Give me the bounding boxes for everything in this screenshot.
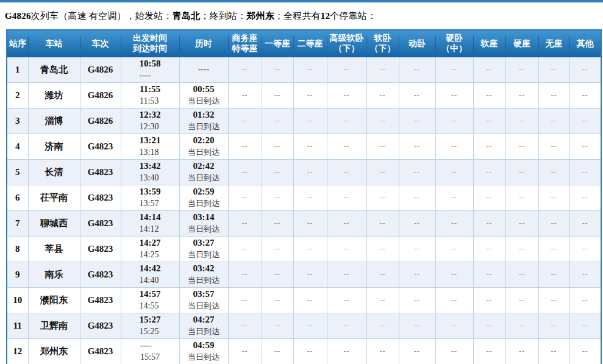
cell-hard-seat: --	[505, 185, 538, 210]
cell-train-no: G4826	[80, 108, 121, 134]
cell-no-seat: --	[538, 236, 569, 262]
arrive-day-label: 当日到达	[188, 274, 219, 286]
cell-soft-seat: --	[473, 159, 505, 185]
cell-no-seat: --	[538, 134, 569, 159]
cell-hard-sleeper: --	[435, 287, 473, 313]
cell-other: --	[569, 338, 601, 364]
arrive-time: 14:25	[140, 249, 161, 260]
cell-soft-sleeper: --	[366, 313, 399, 338]
depart-time: 12:32	[140, 109, 161, 121]
cell-station: 郑州东	[28, 338, 80, 364]
column-header-business-premium: 商务座特等座	[228, 30, 262, 57]
arrive-time: 13:57	[140, 198, 161, 209]
cell-soft-seat: --	[473, 108, 505, 134]
cell-no-seat: --	[538, 262, 569, 287]
cell-other: --	[569, 236, 601, 262]
cell-soft-seat: --	[473, 185, 505, 210]
duration-block: 00:55当日到达	[188, 84, 219, 107]
cell-deluxe-soft-sleeper: --	[327, 108, 366, 134]
arrive-time: 14:55	[140, 300, 161, 312]
cell-hard-seat: --	[505, 287, 538, 313]
cell-train-no: G4826	[80, 57, 121, 82]
column-header-duration: 历时	[179, 30, 228, 57]
cell-seq: 5	[7, 159, 28, 185]
column-header-other: 其他	[569, 30, 601, 57]
cell-depart-arrive: 14:4214:40	[121, 262, 179, 287]
cell-duration: 03:42当日到达	[179, 262, 228, 287]
column-header-second-class: 二等座	[293, 30, 327, 57]
table-row: 10濮阳东G482314:5714:5503:57当日到达-----------…	[7, 287, 601, 313]
arrive-time: 14:12	[140, 223, 161, 235]
cell-business-premium: --	[228, 134, 262, 159]
cell-no-seat: --	[538, 338, 569, 364]
depart-time: 13:42	[140, 160, 161, 172]
cell-soft-seat: --	[473, 262, 505, 287]
cell-business-premium: --	[228, 338, 262, 364]
title-segment: 个停靠站：	[330, 11, 376, 21]
cell-train-no: G4823	[80, 338, 121, 364]
depart-arrive-block: 13:2113:18	[140, 135, 161, 158]
cell-hard-sleeper: --	[435, 185, 473, 210]
arrive-time: 15:25	[140, 326, 161, 337]
arrive-day-label: 当日到达	[188, 351, 219, 363]
duration-time: 03:14	[188, 212, 219, 223]
table-row: 2潍坊G482611:5511:5300:55当日到达-------------…	[7, 82, 601, 108]
duration-time: 03:42	[188, 263, 219, 274]
table-row: 4济南G482313:2113:1802:20当日到达-------------…	[7, 134, 601, 159]
arrive-day-label: 当日到达	[188, 172, 219, 184]
cell-duration: 02:20当日到达	[179, 134, 228, 159]
cell-deluxe-soft-sleeper: --	[327, 159, 366, 185]
cell-seq: 6	[7, 185, 28, 210]
depart-time: 14:57	[140, 288, 161, 300]
cell-emu-sleeper: --	[399, 262, 435, 287]
title-segment: G4826	[5, 11, 31, 21]
cell-soft-sleeper: --	[366, 338, 399, 364]
cell-station: 濮阳东	[28, 287, 80, 313]
cell-second-class: --	[293, 57, 327, 82]
arrive-day-label: 当日到达	[188, 146, 219, 158]
cell-emu-sleeper: --	[399, 338, 435, 364]
cell-soft-seat: --	[473, 134, 505, 159]
cell-seq: 12	[7, 338, 28, 364]
duration-time: 03:57	[188, 288, 219, 300]
cell-deluxe-soft-sleeper: --	[327, 134, 366, 159]
cell-duration: ----	[179, 57, 228, 82]
title-segment: ；全程共有	[274, 11, 321, 21]
cell-station: 南乐	[28, 262, 80, 287]
depart-arrive-block: 13:5913:57	[140, 186, 161, 209]
cell-train-no: G4823	[80, 185, 121, 210]
duration-block: 04:59当日到达	[188, 340, 219, 363]
cell-hard-sleeper: --	[435, 338, 473, 364]
table-row: 11卫辉南G482315:2715:2504:27当日到达-----------…	[7, 313, 601, 338]
cell-seq: 2	[7, 82, 28, 108]
cell-duration: 04:27当日到达	[179, 313, 228, 338]
cell-first-class: --	[262, 236, 293, 262]
cell-depart-arrive: 13:4213:40	[121, 159, 179, 185]
duration-block: 02:42当日到达	[188, 160, 219, 184]
cell-no-seat: --	[538, 82, 569, 108]
cell-business-premium: --	[228, 108, 262, 134]
cell-seq: 3	[7, 108, 28, 134]
cell-other: --	[569, 82, 601, 108]
cell-first-class: --	[262, 338, 293, 364]
cell-hard-sleeper: --	[435, 159, 473, 185]
duration-block: 03:57当日到达	[188, 288, 219, 312]
cell-seq: 10	[7, 287, 28, 313]
cell-seq: 9	[7, 262, 28, 287]
table-row: 8莘县G482314:2714:2503:27当日到达-------------…	[7, 236, 601, 262]
cell-duration: 01:32当日到达	[179, 108, 228, 134]
cell-hard-sleeper: --	[435, 108, 473, 134]
arrive-time: 13:40	[140, 172, 161, 184]
cell-first-class: --	[262, 159, 293, 185]
cell-second-class: --	[293, 82, 327, 108]
arrive-day-label: 当日到达	[188, 326, 219, 337]
arrive-time: 12:30	[140, 121, 161, 132]
cell-hard-seat: --	[505, 159, 538, 185]
cell-hard-seat: --	[505, 338, 538, 364]
cell-hard-seat: --	[505, 108, 538, 134]
table-row: 3淄博G482612:3212:3001:32当日到达-------------…	[7, 108, 601, 134]
depart-arrive-block: 14:2714:25	[140, 237, 161, 260]
cell-train-no: G4823	[80, 262, 121, 287]
cell-no-seat: --	[538, 159, 569, 185]
timetable-body: 1青岛北G482610:58--------------------------…	[7, 57, 601, 364]
